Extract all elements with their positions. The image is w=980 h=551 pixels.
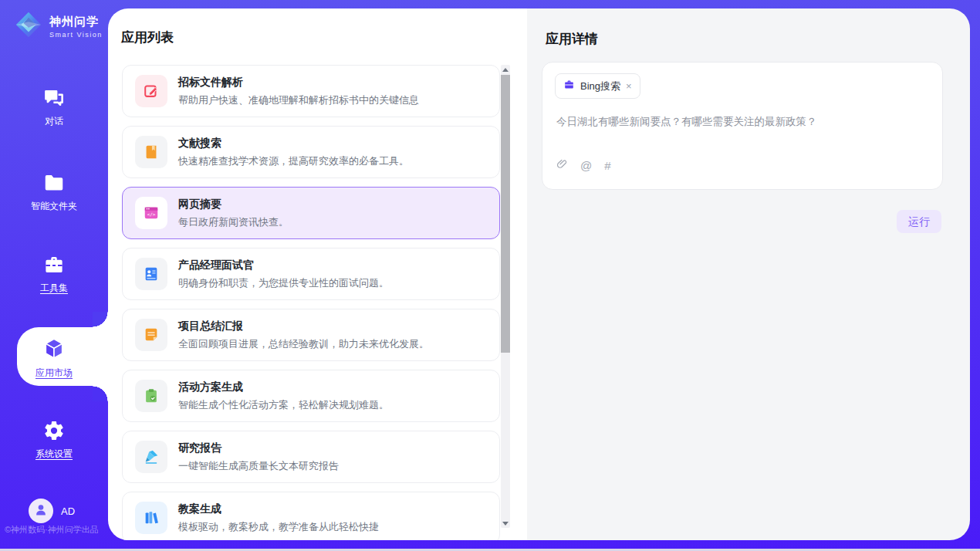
app-card-desc: 帮助用户快速、准确地理解和解析招标书中的关键信息 [178,93,419,107]
person-icon [33,502,49,520]
sidebar-item-settings[interactable]: 系统设置 [0,419,108,461]
book-icon [135,136,167,168]
app-detail-title: 应用详情 [546,30,598,48]
app-card-lesson-plan[interactable]: 教案生成 模板驱动，教案秒成，教学准备从此轻松快捷 [122,492,500,540]
app-card-title: 项目总结汇报 [178,319,429,333]
svg-text:</>: </> [147,211,156,217]
gear-icon [0,419,108,442]
app-list-panel: 应用列表 招标文件解析 帮助用户快速、准确地理解和解析招标书中的关键信息 [108,8,527,540]
pen-icon [135,441,167,473]
sidebar: 神州问学 Smart Vision 对话 智能文件夹 [0,0,108,551]
app-card-literature-search[interactable]: 文献搜索 快速精准查找学术资源，提高研究效率的必备工具。 [122,126,500,178]
hash-icon[interactable]: # [604,159,610,172]
edit-document-icon [135,75,167,107]
app-card-title: 活动方案生成 [178,380,389,394]
sidebar-item-label: 智能文件夹 [0,200,108,213]
chat-icon [0,86,108,110]
clipboard-check-icon [135,380,167,412]
app-detail-panel: 应用详情 Bing搜索 × 今日湖北有哪些新闻要点？有哪些需要关注的最新政策？ [527,8,970,540]
app-card-title: 文献搜索 [178,137,409,150]
briefcase-icon [0,253,108,276]
app-list-title: 应用列表 [121,29,174,46]
avatar [29,499,53,523]
app-card-event-plan[interactable]: 活动方案生成 智能生成个性化活动方案，轻松解决规划难题。 [122,370,500,422]
browser-code-icon: </> [135,197,167,229]
user-account[interactable]: AD [29,499,75,523]
sidebar-item-label: 系统设置 [0,448,108,461]
prompt-toolbar: @ # [556,157,611,174]
app-card-pm-interviewer[interactable]: 产品经理面试官 明确身份和职责，为您提供专业性的面试问题。 [122,248,500,300]
books-icon [135,502,167,534]
tool-chip-bing-search[interactable]: Bing搜索 × [555,73,640,99]
app-card-research-report[interactable]: 研究报告 一键智能生成高质量长文本研究报告 [122,431,500,483]
app-card-list: 招标文件解析 帮助用户快速、准确地理解和解析招标书中的关键信息 文献搜索 快速精… [122,65,500,540]
prompt-text[interactable]: 今日湖北有哪些新闻要点？有哪些需要关注的最新政策？ [556,115,928,129]
cube-icon [0,336,108,361]
app-card-title: 网页摘要 [178,198,289,211]
app-card-bid-parsing[interactable]: 招标文件解析 帮助用户快速、准确地理解和解析招标书中的关键信息 [122,65,500,117]
folder-icon [0,171,108,194]
brand-name: 神州问学 [49,15,103,29]
brand-tagline: Smart Vision [49,31,103,39]
app-card-web-summary[interactable]: </> 网页摘要 每日政府新闻资讯快查。 [122,187,500,239]
sidebar-item-toolset[interactable]: 工具集 [0,253,108,295]
list-scrollbar[interactable] [501,65,510,528]
sidebar-item-label: 工具集 [0,282,108,295]
main-content: 应用列表 招标文件解析 帮助用户快速、准确地理解和解析招标书中的关键信息 [108,8,970,540]
copyright-text: ©神州数码·神州问学出品 [5,524,108,536]
app-card-title: 教案生成 [178,502,379,516]
app-card-desc: 全面回顾项目进展，总结经验教训，助力未来优化发展。 [178,337,429,351]
mention-icon[interactable]: @ [580,159,592,172]
diamond-logo-icon [14,10,43,42]
app-card-desc: 快速精准查找学术资源，提高研究效率的必备工具。 [178,154,409,168]
sidebar-item-app-market[interactable]: 应用市场 [0,336,108,380]
app-card-title: 招标文件解析 [178,76,419,90]
resume-icon [135,258,167,290]
tool-chip-label: Bing搜索 [580,79,620,93]
user-name: AD [61,505,75,517]
sidebar-item-label: 对话 [0,115,108,128]
sidebar-item-chat[interactable]: 对话 [0,86,108,128]
prompt-card[interactable]: Bing搜索 × 今日湖北有哪些新闻要点？有哪些需要关注的最新政策？ @ # [542,62,943,190]
paperclip-icon[interactable] [556,157,568,174]
app-card-desc: 智能生成个性化活动方案，轻松解决规划难题。 [178,398,389,412]
brand-logo: 神州问学 Smart Vision [14,10,103,42]
app-card-desc: 一键智能生成高质量长文本研究报告 [178,459,339,473]
scroll-down-arrow-icon[interactable] [501,519,510,528]
app-card-title: 研究报告 [178,441,339,455]
app-card-title: 产品经理面试官 [178,259,389,272]
briefcase-icon [563,79,575,93]
sidebar-item-smart-folder[interactable]: 智能文件夹 [0,171,108,213]
note-icon [135,319,167,351]
scrollbar-thumb[interactable] [501,75,510,353]
run-button[interactable]: 运行 [897,210,941,233]
close-icon[interactable]: × [626,81,632,91]
app-card-project-summary[interactable]: 项目总结汇报 全面回顾项目进展，总结经验教训，助力未来优化发展。 [122,309,500,361]
scroll-up-arrow-icon[interactable] [501,65,510,74]
app-card-desc: 每日政府新闻资讯快查。 [178,215,289,229]
app-card-desc: 明确身份和职责，为您提供专业性的面试问题。 [178,276,389,290]
bubble-fillet-top [93,312,108,327]
app-card-desc: 模板驱动，教案秒成，教学准备从此轻松快捷 [178,520,379,534]
sidebar-item-label: 应用市场 [0,367,108,380]
bubble-fillet-bottom [93,386,108,401]
